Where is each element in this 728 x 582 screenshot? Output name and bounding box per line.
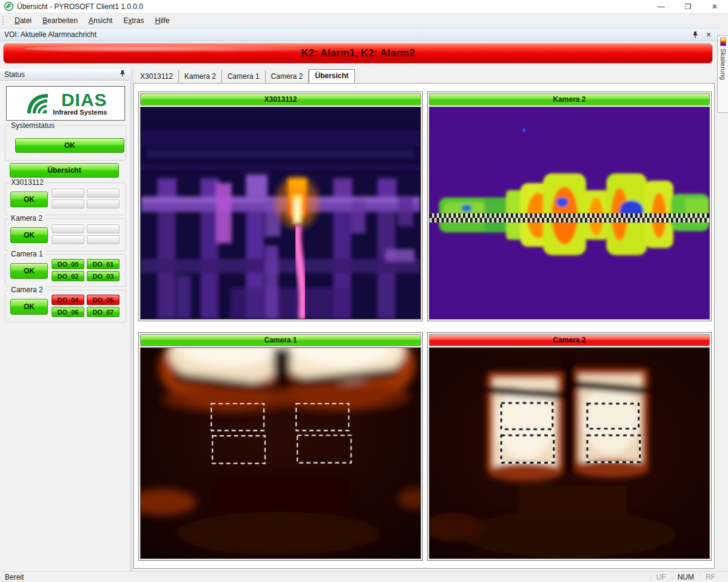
dias-logo-icon: [24, 90, 50, 117]
camera-group-camera-2: Camera 2 OK DO_04DO_05DO_06DO_07: [5, 290, 126, 323]
camera-title-bar: Kamera 2: [429, 93, 710, 105]
status-ready-text: Bereit: [0, 573, 24, 581]
do-button-do_03[interactable]: DO_03: [87, 271, 120, 281]
systemstatus-ok-button[interactable]: OK: [15, 138, 124, 153]
status-sidebar: Status DIAS Infrared Systems Systemstatu…: [0, 69, 130, 571]
group-label: Kamera 2: [8, 214, 45, 222]
blank-indicator-button[interactable]: [52, 224, 84, 233]
blank-indicator-button[interactable]: [87, 235, 120, 244]
blank-indicator-button[interactable]: [87, 199, 120, 209]
camera-group-kamera-2: Kamera 2 OK: [5, 218, 126, 251]
do-button-do_07[interactable]: DO_07: [87, 307, 120, 317]
systemstatus-label: Systemstatus: [8, 121, 57, 130]
menu-bar: DateiBearbeitenAnsichtExtrasHilfe: [0, 13, 728, 27]
restore-button[interactable]: ❐: [675, 0, 701, 13]
indicator-rf: RF: [699, 573, 721, 581]
indicator-uf: UF: [650, 573, 672, 581]
tab-kamera-2[interactable]: Kamera 2: [179, 70, 222, 82]
overview-workspace: X3013112: [133, 83, 715, 569]
camera-panel-x3013112: X3013112: [138, 92, 423, 321]
status-bar: Bereit UFNUMRF: [0, 571, 728, 582]
scaling-side-tab[interactable]: Skalierung: [717, 35, 728, 113]
close-icon[interactable]: ✕: [704, 30, 713, 39]
indicator-num: NUM: [672, 573, 699, 581]
group-label: X3013112: [8, 178, 46, 187]
thermal-image-busbar[interactable]: [140, 107, 421, 319]
ok-status-button[interactable]: OK: [10, 227, 48, 243]
camera-panel-camera1: Camera 1: [138, 332, 423, 561]
do-button-do_00[interactable]: DO_00: [52, 259, 84, 269]
alarm-message: K2: Alarm1, K2: Alarm2: [301, 47, 415, 59]
status-panel-header: Status: [0, 69, 130, 81]
dias-subtitle: Infrared Systems: [53, 109, 107, 116]
menu-item-hilfe[interactable]: Hilfe: [150, 15, 175, 27]
tab-x3013112[interactable]: X3013112: [135, 70, 179, 82]
alarm-banner: K2: Alarm1, K2: Alarm2: [3, 43, 713, 64]
do-button-do_01[interactable]: DO_01: [87, 259, 120, 269]
menu-item-ansicht[interactable]: Ansicht: [83, 15, 118, 27]
view-tabs: X3013112Kamera 2Camera 1Camera 2Übersich…: [135, 70, 355, 83]
menu-grip: [2, 16, 5, 25]
do-button-do_04[interactable]: DO_04: [52, 295, 84, 305]
pin-icon[interactable]: [691, 30, 699, 39]
do-button-do_06[interactable]: DO_06: [52, 307, 84, 317]
camera-panel-kamera2: Kamera 2: [427, 92, 712, 321]
thermal-image-room2[interactable]: [429, 347, 710, 559]
dias-brand-text: DIAS: [61, 92, 107, 109]
window-title: Übersicht - PYROSOFT Client1 1.0.0.0: [17, 2, 143, 11]
thermal-image-room1[interactable]: [140, 347, 421, 559]
systemstatus-group: Systemstatus OK: [5, 125, 126, 161]
menu-item-datei[interactable]: Datei: [9, 15, 37, 27]
camera-group-x3013112: X3013112 OK: [5, 182, 126, 215]
group-label: Camera 2: [8, 286, 46, 294]
thermal-image-crankshaft[interactable]: [429, 107, 710, 319]
minimize-button[interactable]: —: [648, 0, 675, 13]
menu-item-bearbeiten[interactable]: Bearbeiten: [37, 15, 83, 27]
dias-logo: DIAS Infrared Systems: [6, 86, 125, 121]
tab-camera-2[interactable]: Camera 2: [266, 70, 309, 82]
camera-title-bar: Camera 1: [140, 334, 421, 346]
app-logo-icon: [4, 2, 13, 11]
voi-panel-header: VOI: Aktuelle Alarmnachricht ✕: [0, 28, 719, 41]
close-button[interactable]: ✕: [701, 0, 728, 13]
blank-indicator-button[interactable]: [52, 199, 84, 209]
voi-panel-title: VOI: Aktuelle Alarmnachricht: [0, 30, 96, 39]
camera-panel-camera2: Camera 2: [427, 332, 712, 561]
camera-group-camera-1: Camera 1 OK DO_00DO_01DO_02DO_03: [5, 254, 126, 287]
blank-indicator-button[interactable]: [87, 189, 120, 198]
ok-status-button[interactable]: OK: [10, 192, 48, 207]
menu-item-extras[interactable]: Extras: [118, 15, 149, 27]
status-panel-title: Status: [0, 70, 25, 79]
camera-title-bar: X3013112: [140, 93, 421, 105]
thermal-scale-icon: [720, 38, 726, 46]
blank-indicator-button[interactable]: [52, 189, 84, 198]
blank-indicator-button[interactable]: [52, 235, 84, 244]
ok-status-button[interactable]: OK: [10, 263, 48, 279]
title-bar: Übersicht - PYROSOFT Client1 1.0.0.0 — ❐…: [0, 0, 728, 13]
blank-indicator-button[interactable]: [87, 224, 120, 233]
status-panel-content: DIAS Infrared Systems Systemstatus OK Üb…: [0, 81, 130, 571]
camera-title-bar: Camera 2: [429, 334, 710, 346]
tab-übersicht[interactable]: Übersicht: [309, 69, 354, 83]
scaling-tab-label: Skalierung: [720, 48, 727, 80]
group-label: Camera 1: [8, 250, 46, 258]
do-button-do_05[interactable]: DO_05: [87, 295, 120, 305]
pin-icon[interactable]: [120, 70, 130, 79]
do-button-do_02[interactable]: DO_02: [52, 271, 84, 281]
overview-button[interactable]: Übersicht: [10, 163, 119, 178]
tab-camera-1[interactable]: Camera 1: [222, 70, 266, 82]
ok-status-button[interactable]: OK: [10, 299, 48, 315]
